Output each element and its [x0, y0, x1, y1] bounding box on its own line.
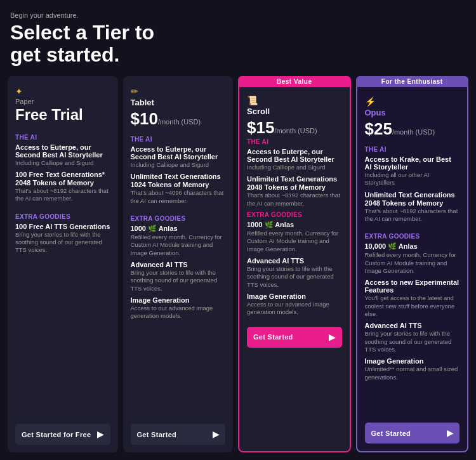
scroll-icon: 📜 [247, 95, 342, 105]
tablet-arrow-icon: ▶ [213, 430, 219, 439]
tiers-row: ✦ Paper Free Trial The AI Access to Eute… [8, 76, 468, 452]
paper-feat-1-title: Access to Euterpe, our Second Best AI St… [15, 143, 110, 159]
scroll-ai-label: The AI [247, 138, 342, 145]
tablet-feat-3-sub: That's about ~4096 characters that the A… [131, 189, 226, 205]
opus-price: $25/month (USD) [365, 120, 460, 138]
enthusiast-badge: For the Enthusiast [356, 76, 469, 87]
scroll-img-sub: Access to our advanced image generation … [247, 301, 342, 317]
paper-feat-1-sub: Including Calliope and Sigurd [15, 159, 110, 167]
paper-label: Paper [15, 98, 110, 105]
tablet-cta-button[interactable]: Get Started ▶ [131, 424, 226, 445]
tablet-anlas-sub: Refilled every month. Currency for Custo… [131, 233, 226, 257]
opus-feat-1-sub: Including all our other AI Storytellers [365, 171, 460, 187]
scroll-cta-button[interactable]: Get Started ▶ [247, 327, 342, 348]
opus-anlas-title: 10,000 🌿 Anlas [365, 242, 460, 251]
paper-icon: ✦ [15, 86, 110, 96]
tablet-tts-sub: Bring your stories to life with the soot… [131, 269, 226, 292]
paper-cta-button[interactable]: Get Started for Free ▶ [15, 424, 110, 445]
paper-feat-3-sub: That's about ~8192 characters that the A… [15, 187, 110, 203]
paper-ai-label: The AI [15, 134, 110, 141]
opus-tts-sub: Bring your stories to life with the soot… [365, 330, 460, 353]
page-container: Begin your adventure. Select a Tier to g… [0, 0, 476, 460]
scroll-arrow-icon: ▶ [329, 332, 335, 342]
paper-feat-3-title: 2048 Tokens of Memory [15, 179, 110, 187]
opus-feat-3-sub: That's about ~8192 characters that the A… [365, 207, 460, 223]
tier-scroll: Best Value 📜 Scroll $15/month (USD) The … [238, 76, 351, 452]
scroll-cta: Get Started ▶ [247, 320, 342, 348]
opus-experimental-sub: You'll get access to the latest and cool… [365, 294, 460, 318]
opus-img-title: Image Generation [365, 357, 460, 365]
scroll-anlas-sub: Refilled every month. Currency for Custo… [247, 230, 342, 253]
scroll-feat-1-sub: Including Calliope and Sigurd [247, 164, 342, 171]
tablet-img-title: Image Generation [131, 296, 226, 304]
tablet-feat-2-title: Unlimited Text Generations [131, 173, 226, 180]
paper-arrow-icon: ▶ [97, 430, 103, 439]
scroll-price: $15/month (USD) [247, 119, 342, 137]
tablet-price: $10/month (USD) [131, 110, 226, 128]
opus-feat-3-title: 2048 Tokens of Memory [365, 199, 460, 207]
tablet-ai-label: The AI [131, 136, 226, 143]
header-tagline: Begin your adventure. [10, 11, 468, 19]
opus-anlas-sub: Refilled every month. Currency for Custo… [365, 251, 460, 275]
tablet-feat-1-sub: Including Calliope and Sigurd [131, 161, 226, 169]
scroll-name: Scroll [247, 107, 342, 116]
scroll-img-title: Image Generation [247, 292, 342, 300]
tablet-feat-1-title: Access to Euterpe, our Second Best AI St… [131, 145, 226, 161]
paper-tts-sub: Bring your stories to life with the soot… [15, 231, 110, 254]
scroll-tts-title: Advanced AI TTS [247, 257, 342, 265]
paper-name: Free Trial [15, 107, 110, 123]
best-value-badge: Best Value [238, 76, 351, 87]
paper-tts-title: 100 Free AI TTS Generations [15, 223, 110, 230]
paper-feat-2-title: 100 Free Text Generations* [15, 171, 110, 178]
scroll-tts-sub: Bring your stories to life with the soot… [247, 265, 342, 289]
tablet-icon: ✏ [131, 86, 226, 96]
tablet-feat-3-title: 1024 Tokens of Memory [131, 181, 226, 188]
tier-paper: ✦ Paper Free Trial The AI Access to Eute… [8, 76, 118, 452]
tier-opus: For the Enthusiast ⚡ Opus $25/month (USD… [356, 76, 469, 452]
paper-extras-label: Extra Goodies [15, 213, 110, 220]
opus-icon: ⚡ [365, 96, 460, 107]
opus-feat-1-title: Access to Krake, our Best AI Storyteller [365, 155, 460, 171]
opus-name: Opus [365, 108, 460, 117]
opus-extras-label: Extra Goodies [365, 233, 460, 240]
scroll-extras-label: Extra Goodies [247, 211, 342, 218]
scroll-feat-2-title: Unlimited Text Generations [247, 175, 342, 183]
page-header: Begin your adventure. Select a Tier to g… [8, 11, 468, 66]
tablet-name: Tablet [131, 98, 226, 107]
opus-ai-label: The AI [365, 146, 460, 153]
paper-cta: Get Started for Free ▶ [15, 417, 110, 445]
scroll-feat-3-sub: That's about ~8192 characters that the A… [247, 192, 342, 207]
opus-arrow-icon: ▶ [447, 428, 453, 438]
tablet-tts-title: Advanced AI TTS [131, 261, 226, 268]
tablet-cta: Get Started ▶ [131, 417, 226, 445]
opus-tts-title: Advanced AI TTS [365, 322, 460, 329]
scroll-feat-3-title: 2048 Tokens of Memory [247, 183, 342, 191]
page-title: Select a Tier to get started. [10, 22, 468, 66]
opus-img-sub: Unlimited** normal and small sized gener… [365, 365, 460, 381]
scroll-anlas-title: 1000 🌿 Anlas [247, 221, 342, 229]
opus-cta: Get Started ▶ [365, 416, 460, 444]
tablet-extras-label: Extra Goodies [131, 215, 226, 222]
opus-experimental-title: Access to new Experimental Features [365, 279, 460, 294]
tablet-img-sub: Access to our advanced image generation … [131, 305, 226, 320]
opus-feat-2-title: Unlimited Text Generations [365, 191, 460, 199]
tier-tablet: ✏ Tablet $10/month (USD) The AI Access t… [123, 76, 234, 452]
tablet-anlas-title: 1000 🌿 Anlas [131, 225, 226, 233]
opus-cta-button[interactable]: Get Started ▶ [365, 423, 460, 444]
scroll-feat-1-title: Access to Euterpe, our Second Best AI St… [247, 148, 342, 163]
